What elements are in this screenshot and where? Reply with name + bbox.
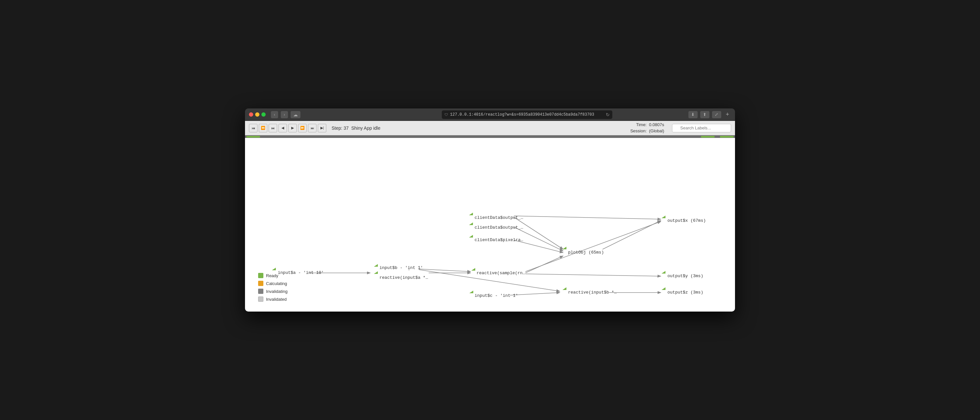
browser-toolbar-right: ⬇ ⬆ ⤢ + [689, 111, 731, 118]
node-arrow-clientdata1 [469, 212, 473, 215]
svg-line-10 [525, 222, 661, 272]
node-label-output-x: output$x (67ms) [667, 218, 706, 223]
node-arrow-reactive-sample [471, 268, 475, 271]
add-tab-button[interactable]: + [724, 111, 731, 118]
legend-label-invalidated: Invalidated [266, 297, 286, 302]
nav-next-end-button[interactable]: ⏭ [308, 124, 317, 132]
nav-prev-start-button[interactable]: ⏪ [259, 124, 267, 132]
node-label-plotobj: plotObj (65ms) [568, 250, 604, 255]
nav-prev-button[interactable]: ⏭ [269, 124, 277, 132]
time-label: Time: [636, 122, 646, 127]
search-container: 🔍 [672, 124, 731, 132]
node-arrow-output-y [662, 271, 665, 274]
svg-line-4 [419, 269, 471, 272]
minimize-button[interactable] [255, 113, 259, 117]
node-arrow-input-b [374, 264, 378, 267]
maximize-button[interactable] [261, 113, 266, 117]
node-label-reactive-sample: reactive(sample(rn… [477, 271, 525, 276]
node-arrow-clientdata3 [469, 235, 473, 238]
node-arrow-input-a [272, 268, 276, 270]
app-toolbar: ⏮ ⏪ ⏭ ◀ ▶ ⏩ ⏭ ▶| Step: 37 Shiny App idle… [245, 121, 735, 135]
url-bar[interactable]: 🛡 127.0.0.1:4016/reactlog?w=&s=6935a8390… [442, 110, 612, 119]
step-info: Step: 37 Shiny App idle [332, 125, 380, 131]
node-arrow-reactive-bc [563, 287, 566, 290]
forward-button[interactable]: › [281, 111, 288, 118]
session-value: (Global) [649, 128, 664, 133]
legend-color-invalidating [258, 288, 263, 294]
url-text: 127.0.0.1:4016/reactlog?w=&s=6935a839041… [450, 113, 604, 117]
svg-line-12 [525, 274, 661, 276]
node-label-clientdata3: clientData$pixelra… [474, 238, 523, 242]
node-label-clientdata2: clientData$output_… [474, 225, 523, 230]
legend-item-invalidating: Invalidating [258, 288, 288, 294]
node-label-clientdata1: clientData$output_… [474, 215, 523, 220]
progress-bar-area [245, 135, 735, 138]
download-icon-button[interactable]: ⬇ [689, 111, 698, 118]
search-input[interactable] [672, 124, 731, 132]
title-bar: ‹ › ☁ 🛡 127.0.0.1:4016/reactlog?w=&s=693… [245, 108, 735, 121]
nav-last-button[interactable]: ▶| [318, 124, 326, 132]
progress-segment-3 [720, 136, 734, 138]
node-label-input-b: input$b - 'int 1' [379, 265, 423, 270]
graph-svg: input$a - 'int 10' input$b - 'int 1' rea… [245, 138, 735, 312]
nav-back-button[interactable]: ◀ [278, 124, 287, 132]
main-content: input$a - 'int 10' input$b - 'int 1' rea… [245, 138, 735, 312]
node-arrow-clientdata2 [469, 222, 473, 225]
legend-label-calculating: Calculating [266, 281, 287, 286]
node-arrow-plotobj [563, 247, 566, 249]
svg-line-5 [514, 217, 563, 249]
nav-first-button[interactable]: ⏮ [249, 124, 258, 132]
fullscreen-icon-button[interactable]: ⤢ [712, 111, 721, 118]
legend-color-calculating [258, 281, 263, 286]
node-label-reactive-bc: reactive(input$b *… [568, 290, 617, 295]
progress-segment-2 [701, 136, 715, 138]
time-value: 0.0807s [649, 122, 664, 127]
step-label: Step: 37 [332, 125, 348, 131]
node-label-output-z: output$z (3ms) [667, 290, 703, 295]
share-icon-button[interactable]: ⬆ [700, 111, 710, 118]
time-session-info: Time: 0.0807s Session: (Global) [630, 122, 664, 134]
nav-next-button[interactable]: ⏩ [298, 124, 307, 132]
nav-play-button[interactable]: ▶ [288, 124, 297, 132]
legend-label-invalidating: Invalidating [266, 289, 288, 294]
svg-line-11 [514, 216, 661, 219]
traffic-lights [249, 113, 266, 117]
reload-button[interactable]: ↻ [606, 112, 610, 117]
status-label: Shiny App idle [351, 125, 380, 131]
node-arrow-output-x [662, 216, 665, 218]
legend-item-calculating: Calculating [258, 281, 288, 286]
legend-item-invalidated: Invalidated [258, 296, 288, 302]
browser-window: ‹ › ☁ 🛡 127.0.0.1:4016/reactlog?w=&s=693… [245, 108, 735, 312]
progress-segment-1 [246, 136, 260, 138]
node-label-input-c: input$c - 'int 1' [474, 293, 518, 298]
node-arrow-input-c [469, 291, 473, 293]
node-label-output-y: output$y (3ms) [667, 274, 703, 279]
close-button[interactable] [249, 113, 253, 117]
node-label-reactive-ab: reactive(input$a *… [379, 275, 428, 280]
legend-item-ready: Ready [258, 273, 288, 278]
node-arrow-reactive-ab [374, 271, 378, 274]
cloud-button[interactable]: ☁ [291, 111, 301, 118]
session-label: Session: [630, 128, 647, 133]
node-arrow-output-z [662, 287, 665, 290]
security-icon: 🛡 [444, 113, 448, 117]
legend-color-invalidated [258, 296, 263, 302]
graph-area: input$a - 'int 10' input$b - 'int 1' rea… [245, 138, 735, 312]
legend-color-ready [258, 273, 263, 278]
legend-label-ready: Ready [266, 273, 278, 278]
back-button[interactable]: ‹ [271, 111, 278, 118]
legend: Ready Calculating Invalidating Invalidat… [258, 273, 288, 302]
